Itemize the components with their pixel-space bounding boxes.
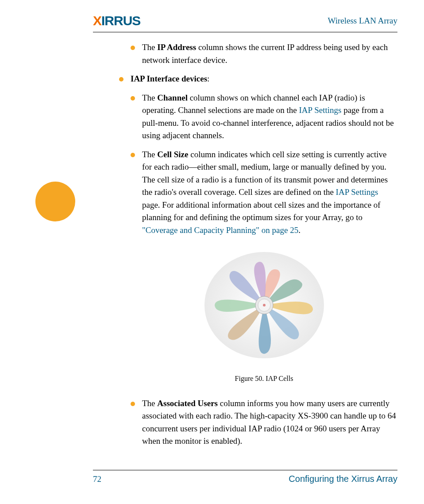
list-item-text: The Associated Users column informs you … <box>142 397 397 448</box>
body-content: The IP Address column shows the current … <box>131 41 397 448</box>
bullet-icon <box>131 46 135 50</box>
list-item-text: The Cell Size column indicates which cel… <box>142 148 397 237</box>
bullet-icon <box>131 96 135 101</box>
list-item-text: IAP Interface devices: <box>131 73 397 85</box>
logo-brand-text: IRRUS <box>101 13 140 28</box>
list-item-text: The Channel column shows on which channe… <box>142 92 397 142</box>
logo: XIRRUS <box>93 13 140 28</box>
bullet-icon <box>119 77 123 81</box>
iap-settings-link[interactable]: IAP Settings <box>299 105 342 115</box>
svg-point-3 <box>263 304 266 306</box>
list-item: The IP Address column shows the current … <box>131 41 397 66</box>
margin-decoration-circle <box>35 182 75 221</box>
list-item: The Cell Size column indicates which cel… <box>131 148 397 237</box>
coverage-planning-link[interactable]: "Coverage and Capacity Planning" on page… <box>142 225 298 235</box>
page-footer: 72 Configuring the Xirrus Array <box>93 470 397 484</box>
list-item: The Associated Users column informs you … <box>131 397 397 448</box>
logo-x-icon: X <box>93 13 101 28</box>
header-title: Wireless LAN Array <box>328 16 397 26</box>
page-header: XIRRUS Wireless LAN Array <box>93 13 397 32</box>
bullet-icon <box>131 153 135 157</box>
list-item-text: The IP Address column shows the current … <box>142 41 397 66</box>
bullet-icon <box>131 402 135 406</box>
list-item: IAP Interface devices: <box>119 73 397 85</box>
iap-settings-link[interactable]: IAP Settings <box>336 187 378 197</box>
page-number: 72 <box>93 474 101 484</box>
iap-cells-diagram <box>202 248 326 367</box>
list-item: The Channel column shows on which channe… <box>131 92 397 142</box>
figure: Figure 50. IAP Cells <box>131 248 397 384</box>
footer-section-title: Configuring the Xirrus Array <box>289 474 397 484</box>
figure-caption: Figure 50. IAP Cells <box>131 373 397 384</box>
